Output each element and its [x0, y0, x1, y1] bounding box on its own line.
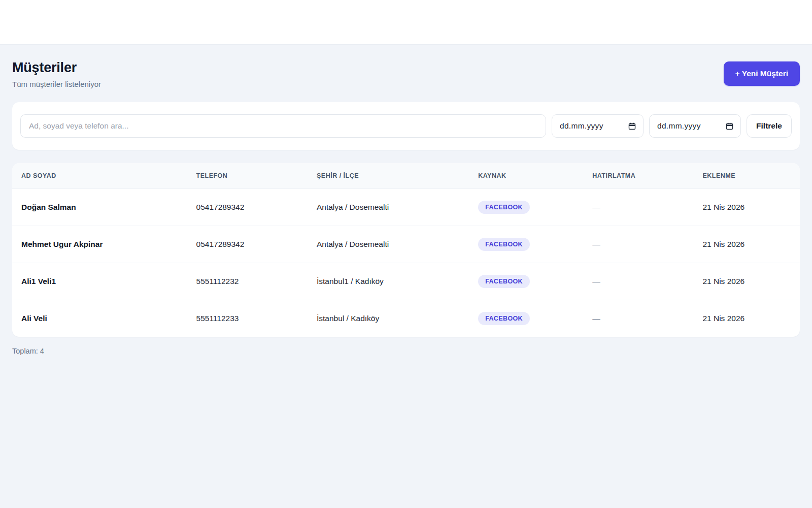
- customer-added-date: 21 Nis 2026: [693, 226, 800, 263]
- customer-source-cell: FACEBOOK: [469, 226, 583, 263]
- customer-city: Antalya / Dosemealti: [308, 189, 469, 226]
- column-header-phone: TELEFON: [187, 163, 308, 189]
- customer-city: İstanbul1 / Kadıköy: [308, 263, 469, 300]
- new-customer-button[interactable]: + Yeni Müşteri: [724, 61, 800, 86]
- customer-added-date: 21 Nis 2026: [693, 263, 800, 300]
- customer-added-date: 21 Nis 2026: [693, 300, 800, 337]
- table-row[interactable]: Mehmet Ugur Akpinar05417289342Antalya / …: [12, 226, 800, 263]
- source-badge: FACEBOOK: [478, 238, 530, 251]
- page-subtitle: Tüm müşteriler listeleniyor: [12, 80, 101, 88]
- date-from-input[interactable]: dd.mm.yyyy: [552, 114, 644, 138]
- customer-name: Mehmet Ugur Akpinar: [12, 226, 187, 263]
- page-header: Müşteriler Tüm müşteriler listeleniyor +…: [12, 60, 800, 88]
- customer-added-date: 21 Nis 2026: [693, 189, 800, 226]
- customer-name: Doğan Salman: [12, 189, 187, 226]
- date-to-input[interactable]: dd.mm.yyyy: [649, 114, 741, 138]
- customer-source-cell: FACEBOOK: [469, 300, 583, 337]
- page-title-block: Müşteriler Tüm müşteriler listeleniyor: [12, 60, 101, 88]
- total-count-label: Toplam: 4: [12, 347, 800, 355]
- search-input[interactable]: [20, 114, 546, 138]
- date-from-value: dd.mm.yyyy: [560, 121, 603, 131]
- customer-table-body: Doğan Salman05417289342Antalya / Dosemea…: [12, 189, 800, 337]
- customer-phone: 05417289342: [187, 226, 308, 263]
- customer-phone: 05417289342: [187, 189, 308, 226]
- customers-table-card: AD SOYAD TELEFON ŞEHİR / İLÇE KAYNAK HAT…: [12, 163, 800, 337]
- customer-name: Ali1 Veli1: [12, 263, 187, 300]
- customers-table: AD SOYAD TELEFON ŞEHİR / İLÇE KAYNAK HAT…: [12, 163, 800, 337]
- customer-source-cell: FACEBOOK: [469, 189, 583, 226]
- customer-city: İstanbul / Kadıköy: [308, 300, 469, 337]
- calendar-icon[interactable]: [628, 122, 636, 131]
- table-row[interactable]: Doğan Salman05417289342Antalya / Dosemea…: [12, 189, 800, 226]
- source-badge: FACEBOOK: [478, 275, 530, 288]
- customer-reminder: —: [583, 226, 693, 263]
- filter-button[interactable]: Filtrele: [747, 114, 792, 138]
- filter-bar: dd.mm.yyyy dd.mm.yyyy Filtrele: [12, 102, 800, 150]
- column-header-reminder: HATIRLATMA: [583, 163, 693, 189]
- table-header: AD SOYAD TELEFON ŞEHİR / İLÇE KAYNAK HAT…: [12, 163, 800, 189]
- column-header-name: AD SOYAD: [12, 163, 187, 189]
- column-header-source: KAYNAK: [469, 163, 583, 189]
- page-title: Müşteriler: [12, 60, 101, 76]
- customer-phone: 5551112232: [187, 263, 308, 300]
- customer-phone: 5551112233: [187, 300, 308, 337]
- column-header-added: EKLENME: [693, 163, 800, 189]
- top-navigation-bar: [0, 0, 812, 45]
- customer-city: Antalya / Dosemealti: [308, 226, 469, 263]
- customer-reminder: —: [583, 189, 693, 226]
- column-header-city: ŞEHİR / İLÇE: [308, 163, 469, 189]
- table-row[interactable]: Ali1 Veli15551112232İstanbul1 / KadıköyF…: [12, 263, 800, 300]
- source-badge: FACEBOOK: [478, 312, 530, 325]
- main-content: Müşteriler Tüm müşteriler listeleniyor +…: [0, 45, 812, 355]
- calendar-icon[interactable]: [725, 122, 734, 131]
- customer-reminder: —: [583, 263, 693, 300]
- date-to-value: dd.mm.yyyy: [657, 121, 701, 131]
- table-row[interactable]: Ali Veli5551112233İstanbul / KadıköyFACE…: [12, 300, 800, 337]
- customer-reminder: —: [583, 300, 693, 337]
- source-badge: FACEBOOK: [478, 201, 530, 214]
- customer-source-cell: FACEBOOK: [469, 263, 583, 300]
- customer-name: Ali Veli: [12, 300, 187, 337]
